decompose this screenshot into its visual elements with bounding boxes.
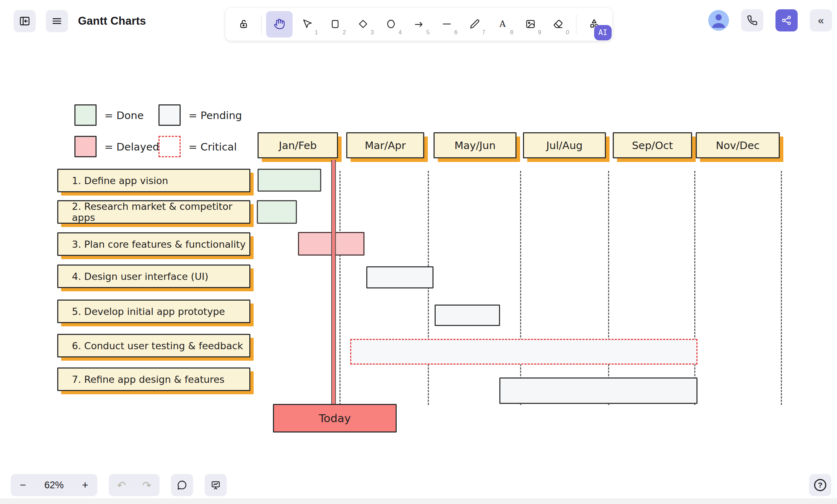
legend-swatch-pending[interactable]	[158, 104, 181, 126]
tool-diamond[interactable]: 3	[350, 11, 376, 38]
gantt-bar-task-4[interactable]	[366, 266, 434, 288]
history-control: ↶ ↷	[109, 474, 160, 496]
tool-ellipse[interactable]: 4	[378, 11, 404, 38]
canvas-controls: − 62% + ↶ ↷	[11, 474, 227, 496]
tool-arrow[interactable]: 5	[406, 11, 432, 38]
month-header[interactable]: Nov/Dec	[696, 132, 780, 158]
hand-icon	[274, 18, 285, 31]
column-gridline	[608, 171, 609, 405]
task-label[interactable]: 6. Conduct user testing & feedback	[57, 334, 250, 357]
column-gridline	[339, 171, 341, 405]
redo-icon: ↷	[142, 479, 151, 491]
task-label[interactable]: 4. Design user interface (UI)	[57, 265, 250, 288]
tool-eraser[interactable]: 0	[545, 11, 572, 38]
shortcut-label: 1	[315, 29, 318, 36]
task-label[interactable]: 7. Refine app design & features	[57, 367, 250, 391]
today-line[interactable]	[331, 160, 336, 406]
toggle-sidebar-button[interactable]	[14, 10, 36, 32]
redo-button[interactable]: ↷	[138, 476, 156, 494]
task-label[interactable]: 2. Research market & competitor apps	[57, 200, 250, 224]
chat-bubble-icon	[177, 480, 187, 490]
task-label[interactable]: 3. Plan core features & functionality	[57, 232, 250, 256]
diamond-icon	[358, 19, 368, 30]
shortcut-label: 7	[482, 29, 485, 36]
pencil-icon	[469, 19, 480, 30]
zoom-in-button[interactable]: +	[76, 476, 94, 494]
panel-left-icon	[19, 15, 31, 27]
minus-icon: −	[20, 479, 26, 491]
whiteboard-app: Gantt Charts	[0, 0, 837, 504]
shortcut-label: 5	[426, 29, 430, 36]
bottom-edge	[0, 498, 837, 504]
help-button[interactable]: ?	[809, 474, 831, 496]
column-gridline	[520, 171, 521, 405]
lock-tool-button[interactable]	[230, 11, 257, 38]
legend-swatch-done[interactable]	[74, 104, 97, 126]
month-header[interactable]: Jul/Aug	[523, 132, 606, 158]
gantt-bar-task-7[interactable]	[499, 377, 698, 404]
svg-text:A: A	[499, 19, 506, 29]
zoom-level[interactable]: 62%	[44, 480, 64, 491]
legend-label-done[interactable]: = Done	[104, 109, 144, 122]
month-header[interactable]: Sep/Oct	[613, 132, 692, 158]
presentation-button[interactable]	[205, 474, 227, 496]
arrow-icon	[413, 19, 424, 30]
gantt-bar-task-1[interactable]	[258, 169, 321, 192]
tool-rectangle[interactable]: 2	[322, 11, 348, 38]
tool-hand[interactable]	[266, 11, 293, 38]
tool-island: 1 2 3 4	[225, 8, 612, 41]
main-menu-button[interactable]	[46, 10, 68, 32]
legend-label-delayed[interactable]: = Delayed	[104, 141, 159, 153]
tool-image[interactable]: 9	[517, 11, 544, 38]
question-mark-icon: ?	[814, 479, 826, 491]
toolbar-divider	[261, 15, 262, 34]
user-avatar[interactable]	[708, 10, 729, 31]
collapse-panel-button[interactable]: «	[810, 9, 832, 31]
undo-icon: ↶	[117, 479, 126, 491]
text-icon: A	[497, 19, 508, 30]
comments-button[interactable]	[171, 474, 193, 496]
ellipse-icon	[386, 19, 396, 30]
legend-swatch-critical[interactable]	[158, 136, 181, 157]
legend-label-critical[interactable]: = Critical	[189, 141, 237, 153]
shortcut-label: 3	[371, 29, 374, 36]
undo-button[interactable]: ↶	[112, 476, 131, 494]
gantt-bar-task-6[interactable]	[350, 339, 698, 365]
zoom-out-button[interactable]: −	[14, 476, 32, 494]
toolbar-divider	[576, 15, 577, 34]
line-icon	[441, 19, 452, 30]
hamburger-icon	[51, 15, 63, 27]
plus-icon: +	[82, 479, 88, 491]
lock-open-icon	[238, 18, 249, 31]
tool-selection[interactable]: 1	[294, 11, 320, 38]
tool-more-shapes[interactable]: AI	[581, 11, 607, 38]
ai-badge[interactable]: AI	[594, 25, 612, 40]
gantt-bar-task-2[interactable]	[257, 200, 297, 224]
header-left: Gantt Charts	[14, 10, 146, 32]
share-button[interactable]	[775, 9, 798, 31]
today-marker[interactable]: Today	[273, 404, 397, 433]
tool-text[interactable]: A 8	[489, 11, 516, 38]
zoom-control: − 62% +	[11, 474, 97, 496]
rectangle-icon	[330, 19, 341, 30]
shortcut-label: 0	[566, 29, 569, 36]
shortcut-label: 8	[510, 29, 513, 36]
help-area: ?	[809, 474, 831, 496]
month-header[interactable]: May/Jun	[434, 132, 517, 158]
tool-line[interactable]: 6	[434, 11, 460, 38]
month-header[interactable]: Mar/Apr	[346, 132, 424, 158]
legend-swatch-delayed[interactable]	[74, 136, 97, 157]
gantt-bar-task-5[interactable]	[435, 305, 500, 326]
column-gridline	[781, 171, 782, 405]
eraser-icon	[553, 19, 564, 30]
legend-label-pending[interactable]: = Pending	[189, 109, 242, 122]
shortcut-label: 2	[343, 29, 346, 36]
task-label[interactable]: 5. Develop initial app prototype	[57, 300, 250, 323]
image-icon	[525, 19, 536, 30]
share-icon	[781, 15, 792, 26]
tool-draw[interactable]: 7	[461, 11, 488, 38]
call-button[interactable]	[741, 9, 763, 31]
task-label[interactable]: 1. Define app vision	[57, 169, 250, 192]
month-header[interactable]: Jan/Feb	[258, 132, 338, 158]
page-title: Gantt Charts	[78, 15, 146, 28]
